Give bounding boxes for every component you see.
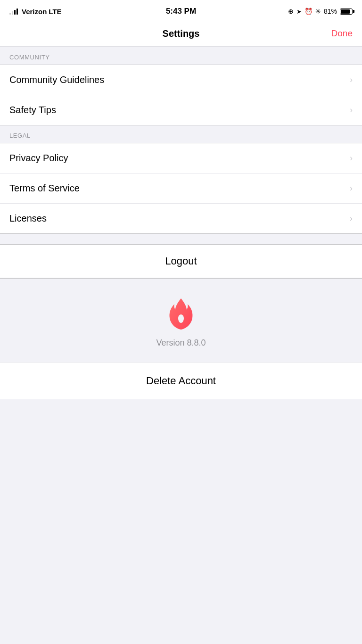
nav-bar: Settings Done xyxy=(0,21,362,47)
status-bar: Verizon LTE 5:43 PM ⊕ ➤ ⏰ ✳ 81% xyxy=(0,0,362,21)
privacy-policy-item[interactable]: Privacy Policy › xyxy=(0,143,362,173)
location-icon: ➤ xyxy=(296,8,302,15)
licenses-item[interactable]: Licenses › xyxy=(0,204,362,233)
terms-of-service-label: Terms of Service xyxy=(9,183,80,194)
tinder-flame-icon xyxy=(167,297,195,331)
community-section-header: COMMUNITY xyxy=(0,47,362,65)
carrier-info: Verizon LTE xyxy=(9,8,62,16)
licenses-label: Licenses xyxy=(9,213,47,224)
battery-fill xyxy=(341,9,350,14)
terms-of-service-item[interactable]: Terms of Service › xyxy=(0,173,362,204)
chevron-right-icon: › xyxy=(350,153,353,163)
version-text: Version 8.8.0 xyxy=(156,338,206,348)
chevron-right-icon: › xyxy=(350,214,353,223)
logout-button[interactable]: Logout xyxy=(0,245,362,278)
logout-label: Logout xyxy=(165,255,197,267)
chevron-right-icon: › xyxy=(350,105,353,115)
battery-body xyxy=(340,8,353,15)
signal-bar-3 xyxy=(14,10,16,15)
battery-indicator xyxy=(340,8,353,15)
signal-bars xyxy=(9,8,18,15)
status-time: 5:43 PM xyxy=(166,7,196,16)
safety-tips-item[interactable]: Safety Tips › xyxy=(0,95,362,125)
section-divider xyxy=(0,233,362,245)
battery-percent: 81% xyxy=(324,8,337,15)
legal-section-header: LEGAL xyxy=(0,125,362,143)
alarm-icon: ⏰ xyxy=(304,8,313,15)
done-button[interactable]: Done xyxy=(331,26,353,41)
status-icons: ⊕ ➤ ⏰ ✳ 81% xyxy=(288,8,353,15)
delete-account-button[interactable]: Delete Account xyxy=(0,362,362,399)
version-footer: Version 8.8.0 xyxy=(0,278,362,362)
delete-account-label: Delete Account xyxy=(146,375,216,387)
legal-list: Privacy Policy › Terms of Service › Lice… xyxy=(0,143,362,233)
page-title: Settings xyxy=(163,28,200,39)
carrier-name: Verizon xyxy=(22,8,47,16)
network-type: LTE xyxy=(49,8,61,16)
signal-bar-2 xyxy=(12,11,13,15)
community-guidelines-item[interactable]: Community Guidelines › xyxy=(0,65,362,95)
bluetooth-icon: ✳ xyxy=(315,8,321,15)
chevron-right-icon: › xyxy=(350,183,353,193)
community-guidelines-label: Community Guidelines xyxy=(9,74,104,85)
chevron-right-icon: › xyxy=(350,75,353,85)
community-section: COMMUNITY Community Guidelines › Safety … xyxy=(0,47,362,125)
community-list: Community Guidelines › Safety Tips › xyxy=(0,65,362,125)
safety-tips-label: Safety Tips xyxy=(9,105,56,116)
legal-section: LEGAL Privacy Policy › Terms of Service … xyxy=(0,125,362,233)
privacy-policy-label: Privacy Policy xyxy=(9,153,68,164)
signal-bar-1 xyxy=(9,13,11,15)
signal-bar-4 xyxy=(16,8,18,15)
at-icon: ⊕ xyxy=(288,8,294,15)
